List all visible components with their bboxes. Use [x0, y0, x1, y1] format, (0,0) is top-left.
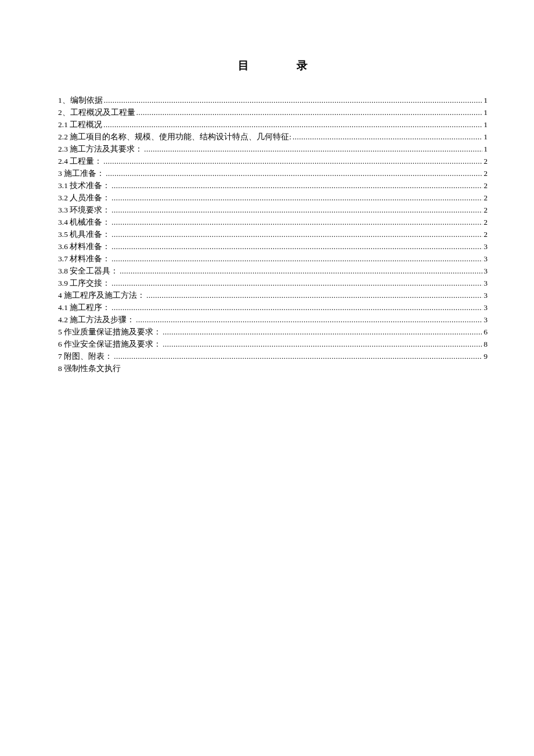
toc-entry: 3.4 机械准备： 2 [58, 216, 488, 228]
toc-dots [163, 338, 482, 350]
toc-entry-page: 3 [484, 253, 488, 265]
toc-entry: 5 作业质量保证措施及要求： 6 [58, 326, 488, 338]
toc-entry: 3.8 安全工器具： 3 [58, 265, 488, 277]
toc-entry-page: 3 [484, 289, 488, 301]
toc-entry: 3.6 材料准备： 3 [58, 240, 488, 253]
toc-entry: 2、工程概况及工程量 1 [58, 106, 488, 118]
toc-entry-label: 3.9 工序交接： [58, 277, 110, 289]
toc-dots [136, 106, 483, 118]
toc-entry-page: 2 [484, 204, 488, 216]
toc-dots [111, 240, 482, 253]
toc-entry-label: 4.2 施工方法及步骤： [58, 314, 135, 326]
toc-entry-label: 2.1 工程概况 [58, 118, 102, 131]
toc-entry-label: 7 附图、附表： [58, 350, 113, 362]
toc-entry-label: 3.7 材料准备： [58, 253, 110, 265]
toc-dots [106, 167, 482, 179]
toc-entry-page: 2 [484, 167, 488, 179]
toc-entry-label: 2.4 工程量： [58, 155, 102, 167]
toc-entry: 2.2 施工项目的名称、规模、使用功能、结构设计特点、几何特征: 1 [58, 131, 488, 143]
toc-entry-page: 1 [484, 131, 488, 143]
toc-entry-page: 1 [484, 94, 488, 106]
toc-dots [111, 216, 482, 228]
toc-dots [111, 192, 482, 204]
toc-dots [114, 350, 482, 362]
toc-dots [103, 118, 482, 131]
toc-dots [120, 265, 482, 277]
toc-dots [111, 179, 482, 192]
toc-entry: 3.9 工序交接： 3 [58, 277, 488, 289]
toc-entry-page: 2 [484, 216, 488, 228]
toc-entry-page: 2 [484, 155, 488, 167]
toc-entry-page: 3 [484, 301, 488, 314]
toc-dots [111, 253, 482, 265]
toc-dots [103, 155, 482, 167]
toc-entry-page: 3 [484, 314, 488, 326]
toc-dots [293, 131, 482, 143]
toc-entry-label: 3.3 环境要求： [58, 204, 110, 216]
toc-entry-page: 2 [484, 179, 488, 192]
toc-dots [111, 277, 482, 289]
toc-dots [111, 228, 482, 240]
toc-entry: 3.2 人员准备： 2 [58, 192, 488, 204]
toc-entry: 7 附图、附表： 9 [58, 350, 488, 362]
toc-entry: 8 强制性条文执行 [58, 362, 488, 375]
toc-entry-page: 3 [484, 240, 488, 253]
toc-title: 目录 [106, 58, 488, 73]
toc-entry: 2.3 施工方法及其要求： 1 [58, 143, 488, 155]
toc-entry: 1、编制依据 1 [58, 94, 488, 106]
toc-dots [146, 289, 482, 301]
toc-dots [104, 94, 483, 106]
toc-entry-page: 1 [484, 118, 488, 131]
toc-entry-label: 3.8 安全工器具： [58, 265, 118, 277]
toc-entry-label: 3 施工准备： [58, 167, 104, 179]
toc-dots [163, 326, 482, 338]
toc-entry-label: 1、编制依据 [58, 94, 103, 106]
toc-entry-page: 3 [484, 277, 488, 289]
toc-entry-label: 8 强制性条文执行 [58, 362, 121, 375]
toc-entry-label: 5 作业质量保证措施及要求： [58, 326, 161, 338]
toc-entry-label: 3.1 技术准备： [58, 179, 110, 192]
toc-entry: 3.7 材料准备： 3 [58, 253, 488, 265]
toc-entry-page: 1 [484, 106, 488, 118]
toc-entry-label: 2、工程概况及工程量 [58, 106, 135, 118]
toc-entry-page: 6 [484, 326, 488, 338]
toc-entry-label: 3.6 材料准备： [58, 240, 110, 253]
toc-dots [144, 143, 482, 155]
toc-entry-page: 1 [484, 143, 488, 155]
toc-entry-label: 2.3 施工方法及其要求： [58, 143, 143, 155]
toc-entry-page: 8 [484, 338, 488, 350]
toc-list: 1、编制依据 12、工程概况及工程量 12.1 工程概况 12.2 施工项目的名… [58, 94, 488, 375]
toc-entry: 3.3 环境要求： 2 [58, 204, 488, 216]
toc-entry: 3.1 技术准备： 2 [58, 179, 488, 192]
toc-entry-label: 3.2 人员准备： [58, 192, 110, 204]
toc-dots [136, 314, 482, 326]
toc-dots [111, 204, 482, 216]
toc-entry-label: 3.4 机械准备： [58, 216, 110, 228]
toc-entry-label: 3.5 机具准备： [58, 228, 110, 240]
toc-entry-label: 2.2 施工项目的名称、规模、使用功能、结构设计特点、几何特征: [58, 131, 291, 143]
toc-entry: 3.5 机具准备： 2 [58, 228, 488, 240]
toc-entry: 3 施工准备： 2 [58, 167, 488, 179]
toc-entry: 4.1 施工程序： 3 [58, 301, 488, 314]
toc-entry: 6 作业安全保证措施及要求： 8 [58, 338, 488, 350]
toc-entry: 2.4 工程量： 2 [58, 155, 488, 167]
toc-entry-label: 6 作业安全保证措施及要求： [58, 338, 161, 350]
toc-entry: 4 施工程序及施工方法： 3 [58, 289, 488, 301]
toc-entry-label: 4 施工程序及施工方法： [58, 289, 145, 301]
toc-entry-page: 3 [484, 265, 488, 277]
toc-entry-page: 9 [484, 350, 488, 362]
toc-entry-page: 2 [484, 228, 488, 240]
toc-dots [111, 301, 482, 314]
toc-entry-label: 4.1 施工程序： [58, 301, 110, 314]
toc-entry-page: 2 [484, 192, 488, 204]
toc-entry: 4.2 施工方法及步骤： 3 [58, 314, 488, 326]
toc-entry: 2.1 工程概况 1 [58, 118, 488, 131]
